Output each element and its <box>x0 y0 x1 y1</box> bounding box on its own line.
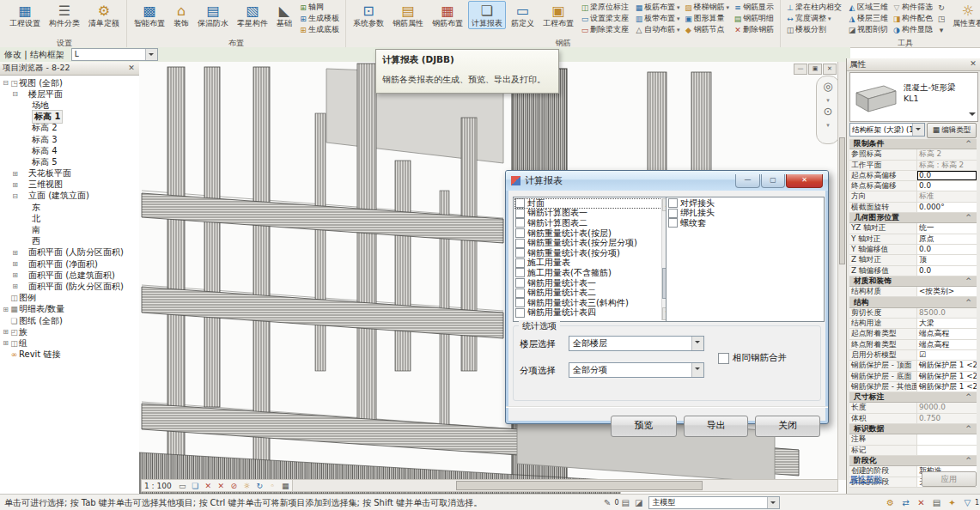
ribbon-small-button[interactable]: ▤ 钢筋明细 <box>733 13 776 24</box>
checkbox-icon[interactable] <box>515 218 525 228</box>
ribbon-icon-button[interactable]: ◳ <box>936 13 947 24</box>
ribbon-small-button[interactable]: ↔ 宽度调整 ▾ <box>785 13 843 24</box>
chevron-down-icon[interactable] <box>912 124 924 136</box>
property-value[interactable]: 大梁 <box>917 319 977 328</box>
checkbox-icon[interactable] <box>668 198 678 208</box>
tree-item[interactable]: ⊞ 天花板平面 <box>0 168 139 179</box>
ribbon-small-button[interactable]: ⊥ 梁在柱内相交 <box>785 2 843 13</box>
chevron-down-icon[interactable]: ▾ <box>826 97 830 105</box>
view-scale-button[interactable]: 1 : 100 <box>144 482 172 490</box>
apply-button[interactable]: 应用 <box>922 471 977 487</box>
close-button[interactable]: ✕ <box>786 174 823 188</box>
ribbon-small-button[interactable]: △ 自动布筋 ▾ <box>634 24 680 35</box>
worksets-icon[interactable]: ▤ <box>621 498 629 507</box>
checkbox-icon[interactable] <box>668 209 678 218</box>
property-value[interactable]: 8500.0 <box>917 308 977 318</box>
ribbon-small-button[interactable]: ▭ 删除梁支座 <box>580 24 630 35</box>
ribbon-button[interactable]: ▦ 工程设置 <box>6 1 44 29</box>
property-value[interactable]: 钢筋保护层 1 <2... <box>917 382 977 392</box>
design-options-icon[interactable]: ◪ <box>635 498 642 507</box>
close-icon[interactable]: ✕ <box>126 64 137 74</box>
checkbox-icon[interactable] <box>718 353 729 364</box>
ribbon-small-button[interactable]: ◭ 区域三维 <box>847 2 888 13</box>
view-control-icon[interactable]: ▦ <box>280 482 291 490</box>
design-option-combobox[interactable]: 主模型 <box>648 496 780 509</box>
viewport-restore-icon[interactable]: ▣ <box>808 64 822 75</box>
chevron-down-icon[interactable]: ▾ <box>826 122 830 130</box>
zoom-tool-icon[interactable]: ⊙ <box>824 105 833 122</box>
ribbon-small-button[interactable]: ▨ 楼梯钢筋 ▾ <box>684 2 730 13</box>
checkbox-icon[interactable] <box>515 288 525 298</box>
preview-button[interactable]: 预览 <box>611 416 677 437</box>
report-list-item[interactable]: 钢筋用量统计表四 <box>514 308 662 319</box>
property-value[interactable]: 钢筋保护层 1 <2... <box>917 361 977 370</box>
ribbon-button[interactable]: ⊡ 系统参数 <box>350 1 387 29</box>
ribbon-small-button[interactable]: ✕ 删除钢筋 <box>733 24 776 35</box>
tree-item[interactable]: ⊞ 面积平面 (净面积) <box>0 258 139 270</box>
ribbon-small-button[interactable]: ◨ 构件配色 <box>892 13 933 24</box>
ribbon-small-button[interactable]: ◫ 楼板分割 <box>785 24 843 35</box>
property-value[interactable]: 0.0 <box>917 171 977 180</box>
viewport-close-icon[interactable]: ✕ <box>823 64 837 75</box>
ribbon-small-button[interactable]: ◫ 梁原位标注 <box>580 2 630 13</box>
tree-expander-icon[interactable]: ⊞ <box>2 328 9 336</box>
checkbox-icon[interactable] <box>515 268 525 277</box>
chevron-down-icon[interactable] <box>969 112 976 119</box>
selection-filter-icon[interactable]: ▽ <box>961 498 974 507</box>
property-value[interactable] <box>917 434 977 444</box>
status-tool-icon[interactable]: ⇄ <box>899 498 912 507</box>
item-select-combobox[interactable]: 全部分项 <box>569 362 704 378</box>
tree-expander-icon[interactable]: ⊟ <box>11 90 19 98</box>
tree-item[interactable]: ⊞ ◫ 组 <box>0 337 139 349</box>
view-control-icon[interactable]: ☼ <box>241 482 253 490</box>
shortcut-combobox[interactable]: L <box>71 48 158 61</box>
property-value[interactable]: 顶 <box>917 255 977 264</box>
ribbon-button[interactable]: ▧ 零星构件 <box>234 1 271 29</box>
tree-item[interactable]: ⊞ 面积平面 (总建筑面积) <box>0 270 139 281</box>
minimize-button[interactable]: — <box>735 174 760 188</box>
tree-item[interactable]: 标高 3 <box>0 134 139 145</box>
tree-item[interactable]: 场地 <box>0 100 139 111</box>
tree-expander-icon[interactable]: ⊞ <box>11 282 19 290</box>
tree-item[interactable]: ⊟ 楼层平面 <box>0 88 139 100</box>
horizontal-scrollbar[interactable] <box>292 479 838 492</box>
tree-item[interactable]: ⊟ ◳ 视图 (全部) <box>0 77 139 88</box>
viewport-minimize-icon[interactable]: — <box>794 64 807 75</box>
tree-item[interactable]: ⊞ 三维视图 <box>0 179 139 191</box>
tree-item[interactable]: ⊞ ▦ 明细表/数量 <box>0 304 139 315</box>
chevron-down-icon[interactable] <box>767 497 779 508</box>
property-value[interactable]: 9000.0 <box>917 403 977 412</box>
tree-item[interactable]: 北 <box>0 213 139 224</box>
chevron-down-icon[interactable] <box>691 363 703 377</box>
checkbox-icon[interactable] <box>515 209 525 218</box>
status-tool-icon[interactable]: ▤ <box>930 498 943 507</box>
tree-item[interactable]: ⊞ 面积平面 (防火分区面积) <box>0 281 139 292</box>
ribbon-button[interactable]: ▤ 保温防水 <box>194 1 232 29</box>
tree-item[interactable]: ❏ 图纸 (全部) <box>0 315 139 326</box>
scrollbar-thumb[interactable] <box>839 137 845 264</box>
tree-item[interactable]: 南 <box>0 224 139 235</box>
checkbox-icon[interactable] <box>515 228 525 238</box>
checkbox-icon[interactable] <box>515 239 525 248</box>
ribbon-small-button[interactable]: ◑ 构件显隐 <box>892 24 933 35</box>
joint-list-item[interactable]: 螺纹套 <box>667 218 823 228</box>
close-icon[interactable]: ✕ <box>968 59 978 70</box>
view-control-icon[interactable]: ◦ <box>267 482 278 490</box>
checkbox-icon[interactable] <box>515 298 525 307</box>
editing-requests-icon[interactable]: ✎ <box>604 498 611 507</box>
property-value[interactable]: 0.750 <box>917 414 977 423</box>
property-value[interactable] <box>917 446 977 455</box>
checkbox-icon[interactable] <box>515 198 525 208</box>
edit-type-button[interactable]: ▦ 编辑类型 <box>927 123 977 138</box>
properties-filter-combobox[interactable]: 结构框架 (大梁) (1) <box>849 123 925 137</box>
property-value[interactable]: <按类别> <box>917 287 977 296</box>
tree-item[interactable]: 标高 5 <box>0 156 139 167</box>
ribbon-small-button[interactable]: ▦ 板筋布置 ▾ <box>634 2 680 13</box>
chevron-down-icon[interactable] <box>691 337 703 350</box>
view-control-icon[interactable]: ⊘ <box>228 482 240 490</box>
tree-item[interactable]: 标高 2 <box>0 123 139 134</box>
maximize-button[interactable]: ▢ <box>761 174 785 188</box>
ribbon-small-button[interactable]: ▥ 板带布置 ▾ <box>634 13 680 24</box>
close-dialog-button[interactable]: 关闭 <box>755 416 820 437</box>
ribbon-small-button[interactable]: ◪ 视图剖切 <box>847 24 888 35</box>
